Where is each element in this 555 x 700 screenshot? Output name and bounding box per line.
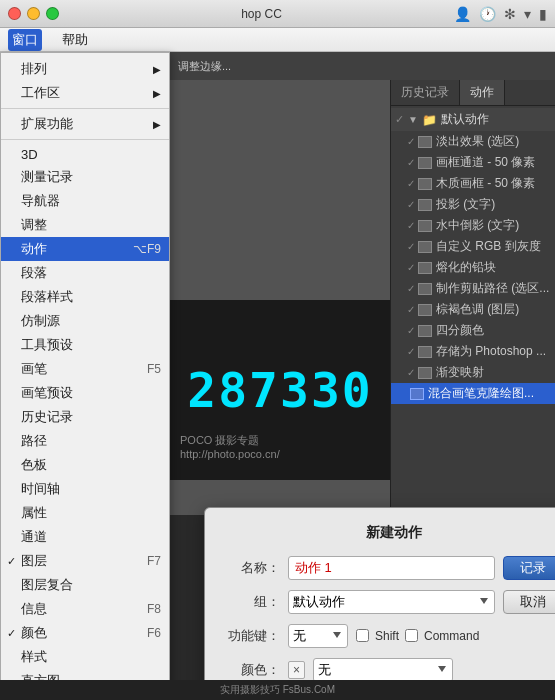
adjust-edge-btn[interactable]: 调整边缘... (178, 59, 231, 74)
action-item[interactable]: ✓ 存储为 Photoshop ... (391, 341, 555, 362)
menu-item-paragraph[interactable]: 段落 (1, 261, 169, 285)
action-label: 渐变映射 (436, 364, 484, 381)
wifi-icon: ▾ (524, 6, 531, 22)
window-controls (8, 7, 59, 20)
menu-item-actions[interactable]: 动作 ⌥F9 (1, 237, 169, 261)
navigator-label: 导航器 (21, 192, 60, 210)
menu-item-navigator[interactable]: 导航器 (1, 189, 169, 213)
dialog-group-row: 组： 默认动作 取消 (225, 590, 555, 614)
action-item[interactable]: ✓ 渐变映射 (391, 362, 555, 383)
action-icon (418, 367, 432, 379)
menu-item-swatches[interactable]: 色板 (1, 453, 169, 477)
action-label: 棕褐色调 (图层) (436, 301, 519, 318)
action-item[interactable]: ✓ 画框通道 - 50 像素 (391, 152, 555, 173)
menu-item-properties[interactable]: 属性 (1, 501, 169, 525)
x-icon: × (293, 663, 300, 677)
check-icon: ✓ (407, 178, 415, 189)
menu-item-adjust[interactable]: 调整 (1, 213, 169, 237)
minimize-button[interactable] (27, 7, 40, 20)
shift-checkbox[interactable] (356, 629, 369, 642)
dialog-name-row: 名称： 记录 (225, 556, 555, 580)
clone-source-label: 仿制源 (21, 312, 60, 330)
menu-item-paths[interactable]: 路径 (1, 429, 169, 453)
check-icon: ✓ (407, 262, 415, 273)
close-button[interactable] (8, 7, 21, 20)
paragraph-style-label: 段落样式 (21, 288, 73, 306)
dialog-color-select[interactable]: 无 (313, 658, 453, 682)
brush-label: 画笔 (21, 360, 47, 378)
menu-item-brush[interactable]: 画笔 F5 (1, 357, 169, 381)
action-item[interactable]: ✓ 四分颜色 (391, 320, 555, 341)
dialog-cancel-btn[interactable]: 取消 (503, 590, 555, 614)
photoshop-area: 调整边缘... 287330 POCO 摄影专题 http://photo.po… (170, 52, 555, 700)
menu-item-tool-presets[interactable]: 工具预设 (1, 333, 169, 357)
command-checkbox[interactable] (405, 629, 418, 642)
menu-item-layer-comps[interactable]: 图层复合 (1, 573, 169, 597)
action-item[interactable]: ✓ 棕褐色调 (图层) (391, 299, 555, 320)
menu-item-color[interactable]: 颜色 F6 (1, 621, 169, 645)
action-item[interactable]: ✓ 投影 (文字) (391, 194, 555, 215)
check-icon: ✓ (407, 283, 415, 294)
menu-help[interactable]: 帮助 (58, 29, 92, 51)
action-group-default[interactable]: ✓ ▼ 📁 默认动作 (391, 108, 555, 131)
dialog-color-row: 颜色： × 无 (225, 658, 555, 682)
action-item[interactable]: ✓ 熔化的铅块 (391, 257, 555, 278)
command-label: Command (424, 629, 479, 643)
tab-history[interactable]: 历史记录 (391, 80, 460, 105)
arrow-icon: ▶ (153, 88, 161, 99)
action-item-selected[interactable]: 混合画笔克隆绘图... (391, 383, 555, 404)
menu-item-styles[interactable]: 样式 (1, 645, 169, 669)
menu-item-measure[interactable]: 测量记录 (1, 165, 169, 189)
menu-item-3d[interactable]: 3D (1, 143, 169, 165)
action-label: 投影 (文字) (436, 196, 495, 213)
menu-window[interactable]: 窗口 (8, 29, 42, 51)
action-label: 自定义 RGB 到灰度 (436, 238, 541, 255)
action-item[interactable]: ✓ 水中倒影 (文字) (391, 215, 555, 236)
menu-item-layers[interactable]: 图层 F7 (1, 549, 169, 573)
color-x-indicator: × (288, 661, 305, 679)
bottom-text: 实用摄影技巧 FsBus.CoM (220, 683, 335, 697)
check-icon: ✓ (407, 220, 415, 231)
dialog-shortcut-select[interactable]: 无 (288, 624, 348, 648)
title-bar: hop CC 👤 🕐 ✻ ▾ ▮ (0, 0, 555, 28)
menu-item-clone-source[interactable]: 仿制源 (1, 309, 169, 333)
action-item[interactable]: ✓ 淡出效果 (选区) (391, 131, 555, 152)
menu-item-timeline[interactable]: 时间轴 (1, 477, 169, 501)
action-label: 混合画笔克隆绘图... (428, 385, 534, 402)
check-icon: ✓ (395, 113, 404, 126)
action-item[interactable]: ✓ 制作剪贴路径 (选区... (391, 278, 555, 299)
timeline-label: 时间轴 (21, 480, 60, 498)
ps-toolbar: 调整边缘... (170, 52, 555, 80)
action-icon (418, 220, 432, 232)
maximize-button[interactable] (46, 7, 59, 20)
menu-item-info[interactable]: 信息 F8 (1, 597, 169, 621)
menu-item-history[interactable]: 历史记录 (1, 405, 169, 429)
action-item[interactable]: ✓ 木质画框 - 50 像素 (391, 173, 555, 194)
tab-actions[interactable]: 动作 (460, 80, 505, 105)
canvas-watermark: POCO 摄影专题 http://photo.poco.cn/ (180, 433, 280, 460)
dialog-record-btn[interactable]: 记录 (503, 556, 555, 580)
folder-icon: 📁 (422, 113, 437, 127)
menu-bar: 窗口 帮助 (0, 28, 555, 52)
color-label: 颜色 (21, 624, 47, 642)
menu-item-channels[interactable]: 通道 (1, 525, 169, 549)
check-icon: ✓ (407, 241, 415, 252)
dialog-group-select[interactable]: 默认动作 (288, 590, 495, 614)
action-icon (418, 157, 432, 169)
action-item[interactable]: ✓ 自定义 RGB 到灰度 (391, 236, 555, 257)
action-icon (418, 283, 432, 295)
menu-item-paragraph-style[interactable]: 段落样式 (1, 285, 169, 309)
menu-item-workspace[interactable]: 工作区 ▶ (1, 81, 169, 105)
menu-item-brush-presets[interactable]: 画笔预设 (1, 381, 169, 405)
adjust-label: 调整 (21, 216, 47, 234)
layers-shortcut: F7 (147, 554, 161, 568)
action-label: 木质画框 - 50 像素 (436, 175, 535, 192)
paths-label: 路径 (21, 432, 47, 450)
dialog-name-input[interactable] (288, 556, 495, 580)
brush-presets-label: 画笔预设 (21, 384, 73, 402)
menu-item-arrange[interactable]: 排列 ▶ (1, 57, 169, 81)
panel-tabs: 历史记录 动作 » ≡ (391, 80, 555, 106)
menu-item-extensions[interactable]: 扩展功能 ▶ (1, 112, 169, 136)
check-icon: ✓ (407, 325, 415, 336)
action-label: 制作剪贴路径 (选区... (436, 280, 549, 297)
